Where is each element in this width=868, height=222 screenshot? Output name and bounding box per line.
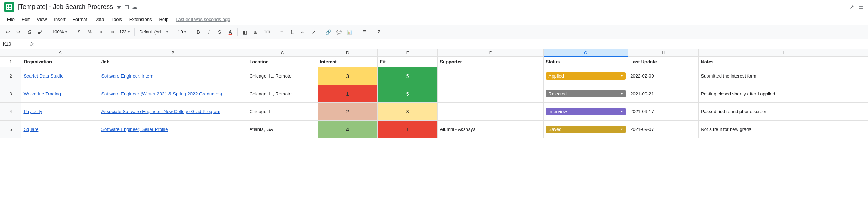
chat-icon[interactable]: ▭	[858, 4, 864, 10]
top-right-icons: ↗ ▭	[849, 4, 864, 10]
fit-cell-2[interactable]: 5	[377, 67, 437, 85]
formula-bar: K10 fx	[0, 39, 868, 49]
supporter-cell-4	[438, 103, 543, 121]
paint-format-button[interactable]: 🖌	[35, 27, 45, 37]
merge-button[interactable]: ⊞⊞	[261, 27, 272, 37]
status-badge-3[interactable]: Rejected ▾	[546, 90, 626, 97]
insert-comment-button[interactable]: 💬	[334, 27, 344, 37]
menu-file[interactable]: File	[4, 16, 17, 23]
bold-button[interactable]: B	[193, 27, 203, 37]
align-v-button[interactable]: ⇅	[287, 27, 297, 37]
col-location-header: Location	[247, 57, 318, 67]
zoom-caret: ▾	[65, 30, 67, 34]
star-icon[interactable]: ★	[116, 4, 121, 10]
undo-button[interactable]: ↩	[3, 27, 13, 37]
notes-cell-4: Passed first round phone screen!	[699, 103, 868, 121]
interest-cell-4[interactable]: 2	[318, 103, 377, 121]
menu-data[interactable]: Data	[91, 16, 107, 23]
status-badge-2[interactable]: Applied ▾	[546, 72, 626, 80]
ff-caret: ▾	[166, 30, 168, 34]
col-header-c[interactable]: C	[247, 49, 318, 57]
status-badge-4[interactable]: Interview ▾	[546, 108, 626, 115]
location-cell-2: Chicago, IL, Remote	[247, 67, 318, 85]
fit-cell-5[interactable]: 1	[377, 121, 437, 138]
menu-edit[interactable]: Edit	[19, 16, 32, 23]
filter-button[interactable]: ☰	[360, 27, 370, 37]
cloud-icon[interactable]: ☁	[132, 4, 137, 10]
strikethrough-button[interactable]: S	[215, 27, 225, 37]
font-family-select[interactable]: Default (Ari… ▾	[137, 27, 171, 37]
percent-button[interactable]: %	[85, 27, 95, 37]
col-header-e[interactable]: E	[377, 49, 437, 57]
insert-chart-button[interactable]: 📊	[345, 27, 355, 37]
font-size-select[interactable]: 10 ▾	[175, 27, 188, 37]
menu-insert[interactable]: Insert	[51, 16, 68, 23]
col-header-b[interactable]: B	[99, 49, 247, 57]
job-link-4[interactable]: Associate Software Engineer- New College…	[101, 109, 220, 114]
job-link-5[interactable]: Software Engineer, Seller Profile	[101, 127, 168, 132]
cell-reference-input[interactable]: K10	[3, 41, 24, 47]
menu-help[interactable]: Help	[156, 16, 171, 23]
decimal0-button[interactable]: .0	[95, 27, 105, 37]
currency-button[interactable]: $	[74, 27, 84, 37]
table-row: 4 Paylocity Associate Software Engineer-…	[0, 103, 868, 121]
interest-cell-3[interactable]: 1	[318, 85, 377, 103]
spreadsheet: A B C D E F G H I 1 Organization Job Loc…	[0, 49, 868, 138]
org-cell-5: Square	[21, 121, 99, 138]
col-job-header: Job	[99, 57, 247, 67]
col-header-h[interactable]: H	[628, 49, 699, 57]
fill-color-button[interactable]: ◧	[240, 27, 250, 37]
sep10	[372, 28, 372, 36]
title-bar: [Template] - Job Search Progress ★ ⊡ ☁ ↗…	[0, 0, 868, 14]
status-cell-2[interactable]: Applied ▾	[543, 67, 628, 85]
fit-cell-3[interactable]: 5	[377, 85, 437, 103]
number-format-select[interactable]: 123 ▾	[117, 27, 132, 37]
zoom-select[interactable]: 100% ▾	[49, 27, 69, 37]
status-cell-3[interactable]: Rejected ▾	[543, 85, 628, 103]
col-header-f[interactable]: F	[438, 49, 543, 57]
job-link-2[interactable]: Software Engineer, Intern	[101, 73, 153, 79]
table-row: 3 Wolverine Trading Software Engineer (W…	[0, 85, 868, 103]
status-badge-5[interactable]: Saved ▾	[546, 126, 626, 133]
borders-button[interactable]: ⊞	[251, 27, 261, 37]
menu-view[interactable]: View	[34, 16, 49, 23]
text-rotate-button[interactable]: ↗	[309, 27, 319, 37]
interest-cell-5[interactable]: 4	[318, 121, 377, 138]
col-header-i[interactable]: I	[699, 49, 868, 57]
function-button[interactable]: Σ	[374, 27, 384, 37]
org-link-2[interactable]: Scarlet Data Studio	[23, 73, 63, 79]
formula-input[interactable]	[37, 41, 865, 47]
sep1	[47, 28, 47, 36]
insert-link-button[interactable]: 🔗	[323, 27, 334, 37]
interest-cell-2[interactable]: 3	[318, 67, 377, 85]
col-organization-header: Organization	[21, 57, 99, 67]
col-header-g[interactable]: G	[543, 49, 628, 57]
col-header-rownum	[0, 49, 21, 57]
folder-icon[interactable]: ⊡	[124, 4, 129, 10]
menu-format[interactable]: Format	[70, 16, 90, 23]
status-cell-5[interactable]: Saved ▾	[543, 121, 628, 138]
fs-caret: ▾	[184, 30, 186, 34]
italic-button[interactable]: I	[204, 27, 214, 37]
org-link-3[interactable]: Wolverine Trading	[23, 91, 61, 96]
col-header-d[interactable]: D	[318, 49, 377, 57]
job-link-3[interactable]: Software Engineer (Winter 2021 & Spring …	[101, 91, 222, 96]
explore-icon[interactable]: ↗	[849, 4, 854, 10]
align-h-button[interactable]: ≡	[277, 27, 287, 37]
text-color-button[interactable]: A	[225, 27, 235, 37]
sep5	[191, 28, 191, 36]
fit-cell-4[interactable]: 3	[377, 103, 437, 121]
col-header-a[interactable]: A	[21, 49, 99, 57]
sep7	[274, 28, 274, 36]
wrap-text-button[interactable]: ↵	[298, 27, 308, 37]
menu-tools[interactable]: Tools	[108, 16, 125, 23]
menu-extensions[interactable]: Extensions	[126, 16, 155, 23]
sep2	[72, 28, 72, 36]
org-link-4[interactable]: Paylocity	[23, 109, 42, 114]
sheet-table: A B C D E F G H I 1 Organization Job Loc…	[0, 49, 868, 138]
decimal00-button[interactable]: .00	[106, 27, 116, 37]
org-link-5[interactable]: Square	[23, 127, 38, 132]
print-button[interactable]: 🖨	[24, 27, 34, 37]
status-cell-4[interactable]: Interview ▾	[543, 103, 628, 121]
redo-button[interactable]: ↪	[14, 27, 23, 37]
